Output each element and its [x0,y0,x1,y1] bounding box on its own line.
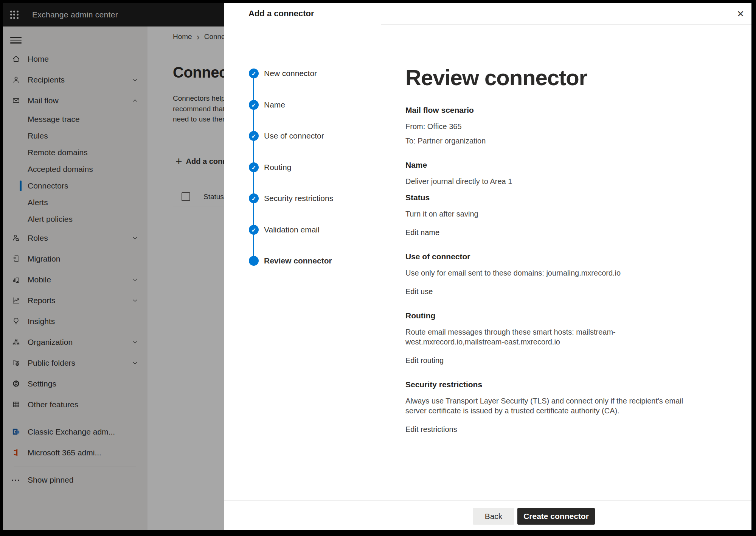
mail-flow-from: From: Office 365 [405,122,703,131]
use-of-connector-section: Use of connector Use only for email sent… [405,252,703,296]
back-button[interactable]: Back [473,508,514,525]
step-done-icon: ✓ [249,193,259,203]
routing-section: Routing Route email messages through the… [405,311,703,365]
mail-flow-to: To: Partner organization [405,136,703,146]
routing-value: Route email messages through these smart… [405,327,703,347]
section-header: Routing [405,311,703,321]
step-done-icon: ✓ [249,225,259,235]
step-current-icon [249,256,259,266]
edit-restrictions-link[interactable]: Edit restrictions [405,424,457,434]
name-section: Name Deliver journal directly to Area 1 … [405,160,703,237]
section-header: Mail flow scenario [405,105,703,115]
edit-routing-link[interactable]: Edit routing [405,355,444,365]
exchange-admin-app: Exchange admin center Home Recipients [3,3,751,530]
section-header: Name [405,160,703,170]
close-icon[interactable]: ✕ [733,7,748,21]
edit-name-link[interactable]: Edit name [405,227,439,237]
step-done-icon: ✓ [249,162,259,172]
security-value: Always use Transport Layer Security (TLS… [405,396,703,416]
screenshot-frame: Exchange admin center Home Recipients [0,0,756,536]
modal-header: Add a connector ✕ [224,3,751,25]
step-done-icon: ✓ [249,100,259,110]
connector-name-value: Deliver journal directly to Area 1 [405,176,703,186]
wizard-panel-divider [381,24,381,501]
status-subheader: Status [405,193,703,203]
create-connector-button[interactable]: Create connector [517,508,595,525]
mail-flow-scenario-section: Mail flow scenario From: Office 365 To: … [405,105,703,146]
use-value: Use only for email sent to these domains… [405,268,703,278]
section-header: Use of connector [405,252,703,262]
section-header: Security restrictions [405,380,703,390]
step-done-icon: ✓ [249,131,259,141]
add-connector-modal: Add a connector ✕ ✓ New connector ✓ Name… [224,3,751,530]
modal-footer: Back Create connector [224,500,751,530]
edit-use-link[interactable]: Edit use [405,287,433,296]
step-done-icon: ✓ [249,69,259,78]
wizard-steps-panel: ✓ New connector ✓ Name ✓ Use of connecto… [224,24,381,530]
review-panel: Review connector Mail flow scenario From… [405,24,703,501]
status-value: Turn it on after saving [405,209,703,219]
modal-title: Add a connector [248,3,314,24]
review-heading: Review connector [405,64,703,91]
security-restrictions-section: Security restrictions Always use Transpo… [405,380,703,434]
